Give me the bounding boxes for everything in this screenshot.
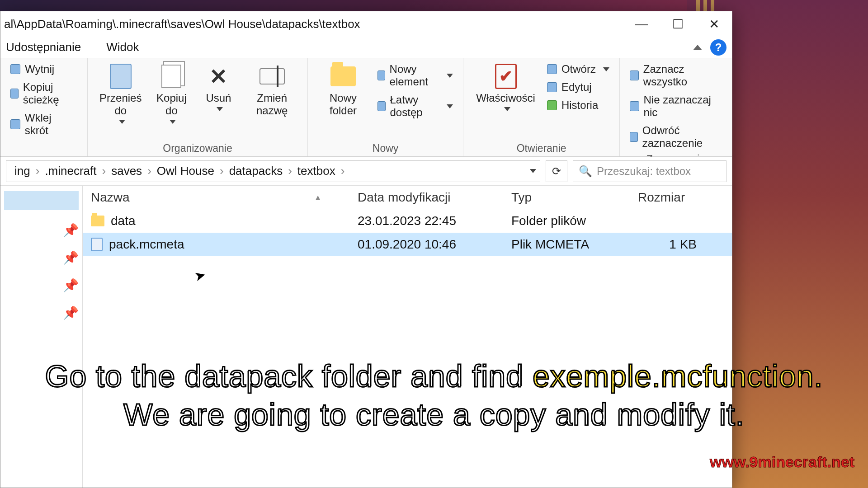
- refresh-button[interactable]: ⟳: [546, 160, 567, 182]
- chevron-down-icon: [447, 74, 453, 78]
- ribbon: Wytnij Kopiuj ścieżkę Wklej skrót Przeni…: [0, 58, 732, 157]
- chevron-right-icon: ›: [101, 164, 107, 178]
- pin-icon[interactable]: 📌: [63, 305, 79, 320]
- content-area: 📌 📌 📌 📌 Nazwa▲ Data modyfikacji Typ Rozm…: [0, 186, 732, 488]
- open-button[interactable]: Otwórz: [545, 62, 611, 76]
- rename-button[interactable]: Zmień nazwę: [245, 62, 299, 119]
- table-row[interactable]: data 23.01.2023 22:45 Folder plików: [83, 209, 732, 233]
- select-all-icon: [630, 70, 639, 80]
- title-bar[interactable]: al\AppData\Roaming\.minecraft\saves\Owl …: [0, 11, 732, 37]
- paste-shortcut-button[interactable]: Wklej skrót: [9, 111, 79, 138]
- move-to-button[interactable]: Przenieś do: [96, 62, 145, 126]
- search-placeholder: Przeszukaj: textbox: [597, 165, 691, 178]
- new-item-button[interactable]: Nowy element: [376, 62, 455, 89]
- col-type[interactable]: Typ: [511, 190, 638, 205]
- chevron-right-icon: ›: [35, 164, 41, 178]
- open-group-label: Otwieranie: [472, 142, 611, 155]
- paste-shortcut-label: Wklej skrót: [25, 112, 77, 137]
- history-button[interactable]: Historia: [545, 98, 611, 113]
- folder-icon: [330, 66, 356, 86]
- sort-indicator-icon: ▲: [314, 193, 321, 202]
- file-icon: [91, 238, 103, 251]
- crumb[interactable]: ing: [10, 164, 35, 178]
- table-row[interactable]: pack.mcmeta 01.09.2020 10:46 Plik MCMETA…: [83, 233, 732, 256]
- address-bar-row: ing› .minecraft› saves› Owl House› datap…: [0, 157, 732, 186]
- select-none-label: Nie zaznaczaj nic: [644, 94, 722, 119]
- close-button[interactable]: ✕: [696, 11, 732, 37]
- menu-bar: Udostępnianie Widok ?: [0, 37, 732, 58]
- pin-icon[interactable]: 📌: [63, 223, 79, 238]
- copy-to-label: Kopiuj do: [155, 92, 188, 117]
- window-controls: — ☐ ✕: [623, 11, 732, 37]
- ribbon-group-new: Nowy folder Nowy element Łatwy dostęp No…: [308, 58, 463, 156]
- file-modified: 01.09.2020 10:46: [358, 237, 511, 252]
- crumb[interactable]: saves: [107, 164, 146, 178]
- chevron-right-icon: ›: [287, 164, 293, 178]
- invert-selection-icon: [630, 132, 638, 142]
- properties-icon: ✔: [495, 64, 517, 89]
- chevron-down-icon: [504, 107, 510, 111]
- column-headers[interactable]: Nazwa▲ Data modyfikacji Typ Rozmiar: [83, 186, 732, 209]
- file-size: 1 KB: [638, 237, 706, 252]
- breadcrumb-dropdown-icon[interactable]: [530, 169, 536, 173]
- delete-button[interactable]: ✕ Usuń: [198, 62, 239, 113]
- copy-to-icon: [161, 65, 181, 88]
- pin-icon[interactable]: 📌: [63, 278, 79, 293]
- collapse-ribbon-icon[interactable]: [693, 45, 702, 50]
- ribbon-group-clipboard: Wytnij Kopiuj ścieżkę Wklej skrót: [0, 58, 88, 156]
- rename-label: Zmień nazwę: [249, 92, 295, 117]
- easy-access-button[interactable]: Łatwy dostęp: [376, 93, 455, 120]
- search-icon: 🔍: [579, 165, 592, 178]
- select-none-icon: [630, 101, 639, 111]
- crumb[interactable]: Owl House: [152, 164, 219, 178]
- select-none-button[interactable]: Nie zaznaczaj nic: [628, 93, 724, 120]
- search-box[interactable]: 🔍 Przeszukaj: textbox: [573, 160, 726, 182]
- paste-shortcut-icon: [10, 119, 20, 129]
- copy-path-button[interactable]: Kopiuj ścieżkę: [9, 80, 79, 107]
- file-explorer-window: al\AppData\Roaming\.minecraft\saves\Owl …: [0, 11, 732, 488]
- chevron-down-icon: [170, 120, 176, 124]
- ribbon-group-open: ✔ Właściwości Otwórz Edytuj Historia Otw…: [463, 58, 620, 156]
- menu-view[interactable]: Widok: [106, 40, 139, 54]
- easy-access-label: Łatwy dostęp: [390, 94, 440, 119]
- select-all-label: Zaznacz wszystko: [643, 63, 722, 88]
- help-icon[interactable]: ?: [710, 39, 726, 56]
- ribbon-group-organize: Przenieś do Kopiuj do ✕ Usuń Zmień nazwę…: [88, 58, 308, 156]
- window-title-path: al\AppData\Roaming\.minecraft\saves\Owl …: [4, 17, 623, 31]
- cut-label: Wytnij: [25, 63, 54, 75]
- nav-active-item[interactable]: [4, 191, 79, 210]
- copy-to-button[interactable]: Kopiuj do: [151, 62, 192, 126]
- crumb[interactable]: datapacks: [225, 164, 288, 178]
- invert-selection-label: Odwróć zaznaczenie: [642, 124, 722, 150]
- file-list: Nazwa▲ Data modyfikacji Typ Rozmiar data…: [83, 186, 732, 488]
- crumb[interactable]: textbox: [293, 164, 340, 178]
- new-folder-label: Nowy folder: [321, 92, 366, 117]
- organize-group-label: Organizowanie: [96, 142, 299, 155]
- col-size[interactable]: Rozmiar: [638, 190, 706, 205]
- move-to-label: Przenieś do: [99, 92, 142, 117]
- chevron-down-icon: [447, 104, 453, 108]
- maximize-button[interactable]: ☐: [660, 11, 696, 37]
- properties-button[interactable]: ✔ Właściwości: [472, 62, 540, 113]
- cut-button[interactable]: Wytnij: [9, 62, 79, 76]
- menu-share[interactable]: Udostępnianie: [6, 40, 81, 54]
- folder-icon: [91, 216, 104, 226]
- chevron-right-icon: ›: [340, 164, 346, 178]
- file-type: Plik MCMETA: [511, 237, 638, 252]
- delete-label: Usuń: [206, 92, 231, 104]
- pin-icon[interactable]: 📌: [63, 250, 79, 265]
- edit-button[interactable]: Edytuj: [545, 80, 611, 94]
- minimize-button[interactable]: —: [623, 11, 660, 37]
- crumb[interactable]: .minecraft: [40, 164, 101, 178]
- col-modified[interactable]: Data modyfikacji: [358, 190, 511, 205]
- invert-selection-button[interactable]: Odwróć zaznaczenie: [628, 123, 724, 150]
- new-folder-button[interactable]: Nowy folder: [316, 62, 370, 119]
- edit-icon: [547, 82, 557, 92]
- file-type: Folder plików: [511, 214, 638, 228]
- nav-pane[interactable]: 📌 📌 📌 📌: [0, 186, 83, 488]
- history-icon: [547, 100, 557, 110]
- chevron-down-icon: [217, 107, 223, 111]
- breadcrumb[interactable]: ing› .minecraft› saves› Owl House› datap…: [6, 160, 540, 182]
- select-all-button[interactable]: Zaznacz wszystko: [628, 62, 724, 89]
- copy-path-label: Kopiuj ścieżkę: [23, 81, 77, 106]
